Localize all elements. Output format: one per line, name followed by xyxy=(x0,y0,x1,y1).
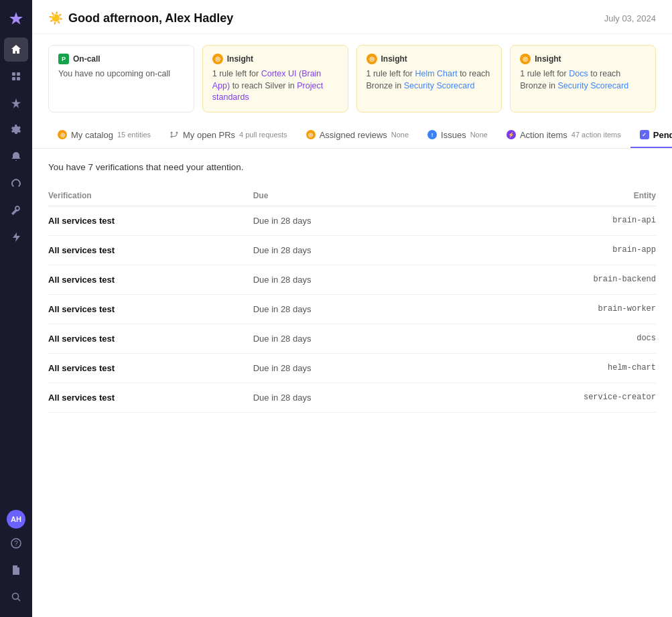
oncall-card-title: On-call xyxy=(73,54,100,64)
cell-entity: helm-chart xyxy=(432,353,656,383)
cell-due: Due in 28 days xyxy=(253,265,433,294)
tab-issues-sub: None xyxy=(470,131,488,139)
table-header: Verification Due Entity xyxy=(48,186,656,206)
tab-action-items-label: Action items xyxy=(520,130,567,140)
greeting-text: Good afternoon, Alex Hadley xyxy=(68,11,233,25)
tab-pending-verifications[interactable]: ✓ Pending verifications 7 verifications xyxy=(630,123,672,148)
oncall-badge-icon: P xyxy=(58,54,69,64)
insight-2-link2[interactable]: Security Scorecard xyxy=(404,81,475,90)
svg-text:?: ? xyxy=(14,540,18,547)
tab-pending-verifications-label: Pending verifications xyxy=(653,130,672,140)
col-due: Due xyxy=(253,186,433,206)
cell-verification: All services test xyxy=(48,294,253,324)
oncall-card: P On-call You have no upcoming on-call xyxy=(48,45,194,113)
cell-due: Due in 28 days xyxy=(253,235,433,265)
table-row: All services test Due in 28 days service… xyxy=(48,383,656,412)
svg-rect-0 xyxy=(12,72,15,76)
insight-card-2: ◎ Insight 1 rule left for Helm Chart to … xyxy=(356,45,502,113)
sidebar: AH ? xyxy=(0,0,32,617)
sidebar-item-lightning[interactable] xyxy=(4,225,28,249)
cell-entity: service-creator xyxy=(432,383,656,412)
cell-due: Due in 28 days xyxy=(253,324,433,353)
insight-cards: P On-call You have no upcoming on-call ◎… xyxy=(32,34,672,123)
sidebar-item-starred[interactable] xyxy=(4,91,28,115)
sidebar-item-settings[interactable] xyxy=(4,118,28,142)
col-entity: Entity xyxy=(432,186,656,206)
cell-verification: All services test xyxy=(48,324,253,353)
table-row: All services test Due in 28 days brain-a… xyxy=(48,206,656,235)
tab-my-catalog-sub: 15 entities xyxy=(117,131,151,139)
tab-issues[interactable]: ! Issues None xyxy=(418,123,497,148)
sidebar-item-notifications[interactable] xyxy=(4,145,28,169)
insight-card-2-body: 1 rule left for Helm Chart to reach Bron… xyxy=(366,68,492,92)
insight-card-3-title: Insight xyxy=(535,54,561,64)
insight-card-2-header: ◎ Insight xyxy=(366,54,492,64)
cell-entity: docs xyxy=(432,324,656,353)
table-row: All services test Due in 28 days brain-w… xyxy=(48,294,656,324)
content-area: You have 7 verifications that need your … xyxy=(32,149,672,618)
sidebar-item-help[interactable]: ? xyxy=(4,531,28,555)
tab-issues-label: Issues xyxy=(441,130,466,140)
cell-verification: All services test xyxy=(48,383,253,412)
tab-action-items-icon: ⚡ xyxy=(507,130,516,139)
sidebar-item-tools[interactable] xyxy=(4,198,28,222)
insight-1-middle: to reach Silver in xyxy=(230,81,297,90)
tab-my-open-prs-icon xyxy=(170,130,179,139)
table-row: All services test Due in 28 days brain-a… xyxy=(48,235,656,265)
sidebar-item-search[interactable] xyxy=(4,585,28,609)
table-row: All services test Due in 28 days helm-ch… xyxy=(48,353,656,383)
oncall-card-body: You have no upcoming on-call xyxy=(58,68,184,80)
insight-1-prefix: 1 rule left for xyxy=(212,69,261,78)
cell-due: Due in 28 days xyxy=(253,353,433,383)
insight-3-link2[interactable]: Security Scorecard xyxy=(558,81,629,90)
tab-assigned-reviews-label: Assigned reviews xyxy=(320,130,387,140)
oncall-card-header: P On-call xyxy=(58,54,184,64)
main-content: ☀️ Good afternoon, Alex Hadley July 03, … xyxy=(32,0,672,617)
insight-badge-icon-2: ◎ xyxy=(366,54,377,64)
sidebar-item-home[interactable] xyxy=(4,38,28,62)
cell-verification: All services test xyxy=(48,235,253,265)
svg-rect-1 xyxy=(17,72,20,76)
cell-verification: All services test xyxy=(48,206,253,235)
insight-3-link1[interactable]: Docs xyxy=(569,69,588,78)
svg-point-6 xyxy=(13,594,19,600)
cell-entity: brain-worker xyxy=(432,294,656,324)
verifications-table: Verification Due Entity All services tes… xyxy=(48,186,656,413)
tab-pending-verifications-icon: ✓ xyxy=(640,130,649,139)
svg-rect-2 xyxy=(12,77,15,80)
cell-entity: brain-app xyxy=(432,235,656,265)
sidebar-item-catalog[interactable] xyxy=(4,64,28,88)
greeting-icon: ☀️ xyxy=(48,11,63,25)
insight-card-1: ◎ Insight 1 rule left for Cortex UI (Bra… xyxy=(202,45,348,113)
insight-card-3-body: 1 rule left for Docs to reach Bronze in … xyxy=(520,68,646,92)
cell-due: Due in 28 days xyxy=(253,383,433,412)
insight-2-prefix: 1 rule left for xyxy=(366,69,415,78)
tab-action-items-sub: 47 action items xyxy=(572,131,621,139)
svg-point-8 xyxy=(171,132,173,134)
page-title: ☀️ Good afternoon, Alex Hadley xyxy=(48,11,233,25)
tab-my-open-prs[interactable]: My open PRs 4 pull requests xyxy=(160,123,297,148)
table-body: All services test Due in 28 days brain-a… xyxy=(48,206,656,412)
insight-2-link1[interactable]: Helm Chart xyxy=(415,69,457,78)
sidebar-item-deployments[interactable] xyxy=(4,172,28,196)
tab-assigned-reviews[interactable]: ◎ Assigned reviews None xyxy=(297,123,418,148)
cell-due: Due in 28 days xyxy=(253,206,433,235)
cell-verification: All services test xyxy=(48,265,253,294)
sidebar-logo xyxy=(5,8,27,29)
content-notice: You have 7 verifications that need your … xyxy=(48,162,656,172)
tab-my-catalog-icon: ◎ xyxy=(58,130,67,139)
insight-badge-icon-3: ◎ xyxy=(520,54,531,64)
sidebar-bottom: AH ? xyxy=(4,510,28,609)
insight-card-1-header: ◎ Insight xyxy=(212,54,338,64)
tab-my-catalog[interactable]: ◎ My catalog 15 entities xyxy=(48,123,160,148)
insight-card-3-header: ◎ Insight xyxy=(520,54,646,64)
tab-action-items[interactable]: ⚡ Action items 47 action items xyxy=(497,123,630,148)
insight-badge-icon-1: ◎ xyxy=(212,54,223,64)
insight-card-1-title: Insight xyxy=(227,54,253,64)
svg-point-9 xyxy=(176,132,178,134)
tab-my-catalog-label: My catalog xyxy=(71,130,113,140)
insight-card-1-body: 1 rule left for Cortex UI (Brain App) to… xyxy=(212,68,338,104)
sidebar-item-docs[interactable] xyxy=(4,558,28,582)
user-avatar[interactable]: AH xyxy=(7,510,25,529)
insight-3-prefix: 1 rule left for xyxy=(520,69,569,78)
